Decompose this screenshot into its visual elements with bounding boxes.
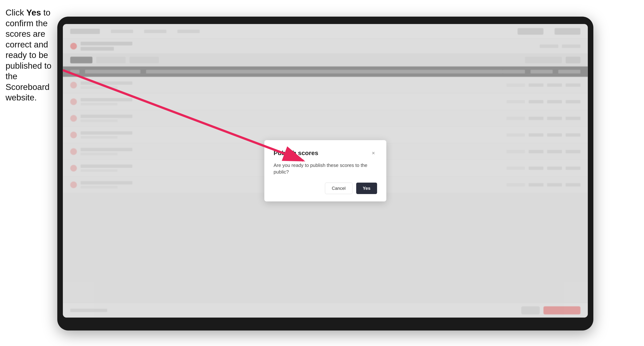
modal-footer: Cancel Yes bbox=[274, 182, 377, 194]
tablet-screen: Publish scores × Are you ready to publis… bbox=[63, 24, 588, 318]
modal-close-button[interactable]: × bbox=[370, 149, 377, 157]
modal-title: Publish scores bbox=[274, 149, 318, 157]
modal-overlay: Publish scores × Are you ready to publis… bbox=[63, 24, 588, 318]
yes-button[interactable]: Yes bbox=[356, 182, 377, 194]
cancel-button[interactable]: Cancel bbox=[325, 182, 352, 194]
modal-header: Publish scores × bbox=[274, 149, 377, 157]
modal-body-text: Are you ready to publish these scores to… bbox=[274, 162, 377, 175]
tablet-device: Publish scores × Are you ready to publis… bbox=[57, 17, 593, 331]
yes-emphasis: Yes bbox=[26, 8, 41, 17]
instruction-text: Click Yes to confirm the scores are corr… bbox=[6, 7, 59, 103]
publish-scores-dialog: Publish scores × Are you ready to publis… bbox=[264, 140, 386, 202]
